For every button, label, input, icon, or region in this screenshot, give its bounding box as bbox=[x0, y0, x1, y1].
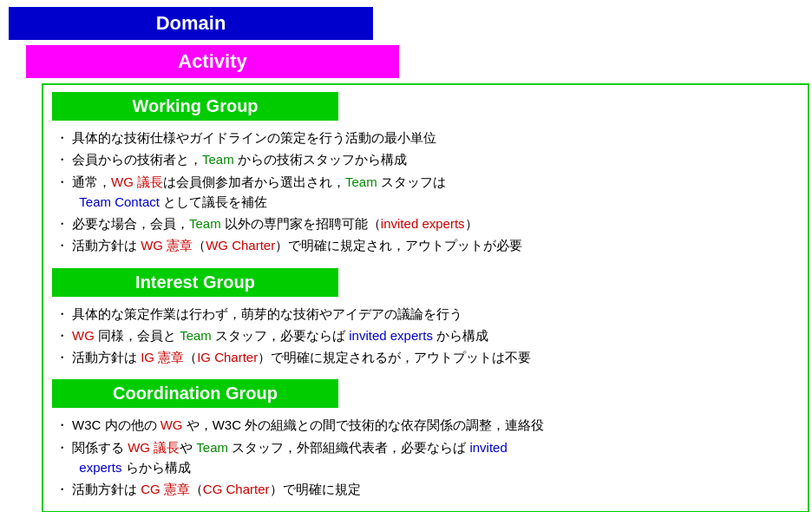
working-group-content: ・ 具体的な技術仕様やガイドラインの策定を行う活動の最小単位 ・ 会員からの技術… bbox=[43, 126, 808, 261]
domain-bar: Domain bbox=[9, 7, 373, 40]
coordination-group-header: Coordination Group bbox=[52, 379, 338, 408]
bullet-icon: ・ bbox=[56, 325, 69, 345]
bullet-icon: ・ bbox=[56, 213, 69, 233]
list-item: ・ 活動方針は WG 憲章（WG Charter）で明確に規定され，アウトプット… bbox=[56, 235, 799, 255]
list-item: ・ 活動方針は IG 憲章（IG Charter）で明確に規定されるが，アウトプ… bbox=[56, 347, 799, 367]
bullet-icon: ・ bbox=[56, 304, 69, 324]
main-content-box: Working Group ・ 具体的な技術仕様やガイドラインの策定を行う活動の… bbox=[42, 83, 809, 512]
list-item: ・ 関係する WG 議長や Team スタッフ，外部組織代表者，必要ならば in… bbox=[56, 437, 799, 478]
interest-group-header: Interest Group bbox=[52, 268, 338, 297]
bullet-icon: ・ bbox=[56, 479, 69, 499]
list-item: ・ WG 同様，会員と Team スタッフ，必要ならば invited expe… bbox=[56, 325, 799, 345]
list-item: ・ 活動方針は CG 憲章（CG Charter）で明確に規定 bbox=[56, 479, 799, 499]
interest-group-content: ・ 具体的な策定作業は行わず，萌芽的な技術やアイデアの議論を行う ・ WG 同様… bbox=[43, 302, 808, 373]
bullet-icon: ・ bbox=[56, 437, 69, 457]
bullet-icon: ・ bbox=[56, 128, 69, 148]
activity-bar: Activity bbox=[26, 45, 399, 78]
list-item: ・ 具体的な策定作業は行わず，萌芽的な技術やアイデアの議論を行う bbox=[56, 304, 799, 324]
list-item: ・ W3C 内の他の WG や，W3C 外の組織との間で技術的な依存関係の調整，… bbox=[56, 415, 799, 435]
list-item: ・ 具体的な技術仕様やガイドラインの策定を行う活動の最小単位 bbox=[56, 128, 799, 148]
bullet-icon: ・ bbox=[56, 172, 69, 192]
bullet-icon: ・ bbox=[56, 149, 69, 169]
coordination-group-content: ・ W3C 内の他の WG や，W3C 外の組織との間で技術的な依存関係の調整，… bbox=[43, 413, 808, 504]
bullet-icon: ・ bbox=[56, 415, 69, 435]
list-item: ・ 会員からの技術者と，Team からの技術スタッフから構成 bbox=[56, 149, 799, 169]
bullet-icon: ・ bbox=[56, 347, 69, 367]
bullet-icon: ・ bbox=[56, 235, 69, 255]
list-item: ・ 通常，WG 議長は会員側参加者から選出され，Team スタッフは Team … bbox=[56, 172, 799, 213]
working-group-header: Working Group bbox=[52, 92, 338, 121]
list-item: ・ 必要な場合，会員，Team 以外の専門家を招聘可能（invited expe… bbox=[56, 213, 799, 233]
